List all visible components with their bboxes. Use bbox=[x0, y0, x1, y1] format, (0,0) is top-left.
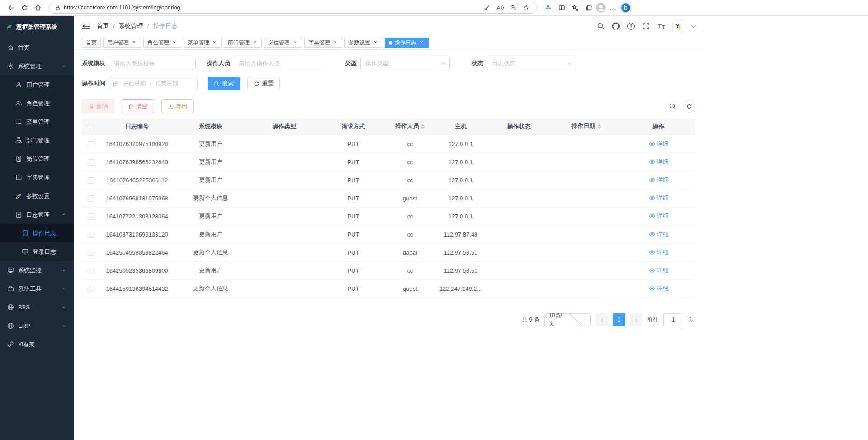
close-icon[interactable]: × bbox=[292, 40, 298, 46]
tab-dict-management[interactable]: 字典管理× bbox=[304, 38, 342, 48]
hamburger-icon[interactable] bbox=[82, 23, 90, 30]
sidebar-item-erp[interactable]: ERP bbox=[0, 317, 74, 335]
sidebar-item-param-settings[interactable]: 参数设置 bbox=[0, 187, 74, 205]
next-page-button[interactable]: › bbox=[630, 313, 642, 326]
browser-essentials-icon[interactable] bbox=[542, 2, 554, 14]
detail-link[interactable]: 详细 bbox=[649, 266, 669, 274]
reload-icon[interactable] bbox=[18, 2, 31, 14]
detail-link[interactable]: 详细 bbox=[649, 176, 669, 184]
th-operator[interactable]: 操作人员 bbox=[386, 118, 435, 135]
sort-icon[interactable] bbox=[598, 122, 601, 131]
tab-dept-management[interactable]: 部门管理× bbox=[224, 38, 262, 48]
sidebar-item-role-management[interactable]: 角色管理 bbox=[0, 94, 74, 113]
detail-link[interactable]: 详细 bbox=[649, 284, 669, 293]
row-checkbox[interactable] bbox=[88, 268, 94, 274]
close-icon[interactable]: × bbox=[252, 40, 258, 46]
tab-home[interactable]: 首页 bbox=[82, 38, 101, 48]
tab-param-settings[interactable]: 参数设置× bbox=[344, 38, 382, 48]
goto-page-input[interactable] bbox=[663, 313, 683, 326]
sidebar-item-dept-management[interactable]: 部门管理 bbox=[0, 131, 74, 150]
current-page-button[interactable]: 1 bbox=[613, 313, 625, 326]
refresh-icon[interactable] bbox=[683, 100, 695, 113]
status-select[interactable]: 日志状态 bbox=[487, 57, 576, 70]
fullscreen-icon[interactable] bbox=[642, 22, 650, 30]
reset-button[interactable]: 重置 bbox=[247, 77, 280, 90]
address-bar[interactable]: https://ccnetcore.com:1101/system/log/op… bbox=[49, 2, 537, 14]
operator-input[interactable] bbox=[234, 57, 323, 70]
detail-link[interactable]: 详细 bbox=[649, 158, 669, 166]
close-icon[interactable]: × bbox=[131, 40, 137, 46]
select-all-checkbox[interactable] bbox=[88, 124, 94, 130]
detail-link[interactable]: 详细 bbox=[649, 140, 669, 148]
close-icon[interactable]: × bbox=[373, 40, 378, 46]
row-checkbox[interactable] bbox=[88, 232, 94, 238]
search-toggle-icon[interactable] bbox=[669, 103, 676, 110]
row-checkbox[interactable] bbox=[88, 195, 94, 202]
sidebar-item-home[interactable]: 首页 bbox=[0, 38, 74, 57]
favorite-add-icon[interactable] bbox=[521, 3, 531, 13]
chevron-down-icon[interactable] bbox=[692, 23, 696, 28]
collections-icon[interactable] bbox=[582, 2, 595, 14]
github-icon[interactable] bbox=[612, 22, 620, 30]
row-checkbox[interactable] bbox=[88, 159, 94, 166]
browser-home-icon[interactable] bbox=[32, 2, 44, 14]
tab-menu-management[interactable]: 菜单管理× bbox=[184, 38, 222, 48]
detail-link[interactable]: 详细 bbox=[649, 248, 669, 256]
tab-operation-log[interactable]: 操作日志× bbox=[385, 38, 429, 48]
sidebar-item-bbs[interactable]: BBS bbox=[0, 298, 74, 317]
start-date-input[interactable] bbox=[121, 80, 148, 87]
page-size-select[interactable]: 10条/页 bbox=[544, 313, 591, 326]
back-icon[interactable] bbox=[5, 2, 17, 14]
search-button[interactable]: 搜索 bbox=[208, 77, 240, 90]
type-select[interactable]: 操作类型 bbox=[360, 57, 450, 70]
module-input[interactable] bbox=[109, 57, 196, 70]
th-date[interactable]: 操作日期 bbox=[551, 118, 622, 135]
sidebar-item-system-monitor[interactable]: 系统监控 bbox=[0, 261, 74, 279]
close-icon[interactable]: × bbox=[212, 40, 217, 46]
export-button[interactable]: 导出 bbox=[161, 99, 194, 113]
sidebar-item-log-management[interactable]: 日志管理 bbox=[0, 205, 74, 224]
password-key-icon[interactable] bbox=[482, 3, 492, 13]
help-icon[interactable]: ? bbox=[627, 23, 635, 30]
sidebar-item-login-log[interactable]: 登录日志 bbox=[0, 242, 74, 261]
detail-link[interactable]: 详细 bbox=[649, 212, 669, 220]
row-checkbox[interactable] bbox=[88, 213, 94, 220]
prev-page-button[interactable]: ‹ bbox=[595, 313, 608, 326]
row-checkbox[interactable] bbox=[88, 141, 94, 147]
detail-link[interactable]: 详细 bbox=[649, 194, 669, 202]
tab-user-management[interactable]: 用户管理× bbox=[103, 38, 141, 48]
sidebar-item-user-management[interactable]: 用户管理 bbox=[0, 76, 74, 94]
sidebar-item-dict-management[interactable]: 字典管理 bbox=[0, 168, 74, 187]
row-checkbox[interactable] bbox=[88, 286, 94, 292]
tab-post-management[interactable]: 岗位管理× bbox=[264, 38, 302, 48]
search-icon[interactable] bbox=[597, 22, 604, 30]
split-screen-icon[interactable] bbox=[555, 2, 568, 14]
profile-avatar[interactable] bbox=[596, 3, 606, 13]
sidebar-item-system-tools[interactable]: 系统工具 bbox=[0, 279, 74, 298]
sidebar-item-operation-log[interactable]: 操作日志 bbox=[0, 224, 74, 242]
clear-button[interactable]: 清空 bbox=[122, 99, 154, 113]
sort-icon[interactable] bbox=[421, 122, 425, 131]
more-menu-icon[interactable]: … bbox=[607, 2, 619, 14]
sidebar-item-menu-management[interactable]: 菜单管理 bbox=[0, 113, 74, 131]
text-size-icon[interactable]: TT bbox=[658, 22, 665, 30]
row-checkbox[interactable] bbox=[88, 250, 94, 256]
sidebar-item-post-management[interactable]: 岗位管理 bbox=[0, 150, 74, 168]
date-range-picker[interactable]: - bbox=[109, 77, 198, 90]
breadcrumb-home[interactable]: 首页 bbox=[97, 22, 109, 30]
close-icon[interactable]: × bbox=[419, 40, 425, 46]
sidebar-item-yi-framework[interactable]: Yi框架 bbox=[0, 335, 74, 354]
close-icon[interactable]: × bbox=[171, 40, 177, 46]
row-checkbox[interactable] bbox=[88, 177, 94, 184]
detail-link[interactable]: 详细 bbox=[649, 230, 669, 238]
tab-role-management[interactable]: 角色管理× bbox=[143, 38, 181, 48]
favorites-bar-icon[interactable] bbox=[569, 2, 581, 14]
copilot-icon[interactable]: b bbox=[620, 2, 631, 13]
end-date-input[interactable] bbox=[153, 80, 180, 87]
user-avatar[interactable]: Yj bbox=[672, 20, 684, 32]
cell-date bbox=[551, 135, 622, 153]
read-aloud-icon[interactable]: A bbox=[495, 3, 505, 13]
close-icon[interactable]: × bbox=[332, 40, 338, 46]
zoom-out-icon[interactable] bbox=[508, 3, 518, 13]
sidebar-item-system-management[interactable]: 系统管理 bbox=[0, 57, 74, 76]
